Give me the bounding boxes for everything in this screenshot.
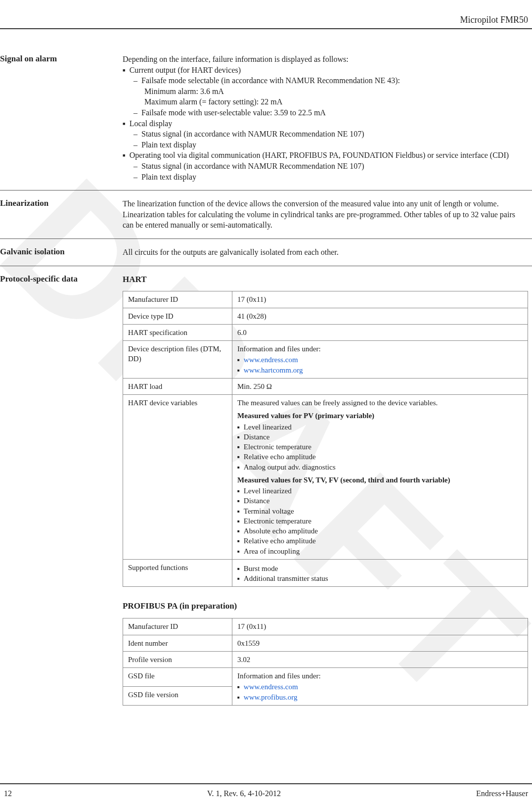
hart-spec-val: 6.0	[232, 324, 528, 340]
pb-profile-key: Profile version	[123, 651, 232, 667]
table-row: Manufacturer ID 17 (0x11)	[123, 618, 528, 635]
pb-files-intro: Information and files under:	[237, 671, 523, 681]
table-row: Manufacturer ID 17 (0x11)	[123, 291, 528, 308]
hart-title: HART	[123, 274, 528, 285]
hart-dtm-intro: Information and files under:	[237, 344, 523, 354]
hart-supported-item: Burst mode	[237, 564, 523, 573]
pb-gsd-version-key: GSD file version	[123, 687, 232, 706]
label-signal-on-alarm: Signal on alarm	[0, 54, 123, 182]
profibus-table: Manufacturer ID 17 (0x11) Ident number 0…	[123, 618, 528, 706]
hart-sv-item: Distance	[237, 496, 523, 506]
signal-b3b: Plain text display	[133, 172, 528, 183]
hart-pv-item: Level linearized	[237, 422, 523, 432]
table-row: GSD file Information and files under: ww…	[123, 668, 528, 687]
hart-device-type-key: Device type ID	[123, 308, 232, 324]
hart-manufacturer-id-val: 17 (0x11)	[232, 291, 528, 308]
pb-profile-val: 3.02	[232, 651, 528, 667]
pb-ident-key: Ident number	[123, 635, 232, 651]
hart-load-val: Min. 250 Ω	[232, 378, 528, 394]
pb-manufacturer-id-key: Manufacturer ID	[123, 618, 232, 635]
hart-load-key: HART load	[123, 378, 232, 394]
linearization-text: The linearization function of the device…	[123, 198, 528, 231]
hart-dtm-key: Device description files (DTM, DD)	[123, 341, 232, 379]
table-row: HART load Min. 250 Ω	[123, 378, 528, 394]
link-profibus[interactable]: www.profibus.org	[244, 693, 298, 701]
table-row: Profile version 3.02	[123, 651, 528, 667]
hart-sv-title: Measured values for SV, TV, FV (second, …	[237, 475, 523, 485]
hart-pv-title: Measured values for PV (primary variable…	[237, 411, 523, 421]
hart-supported-item: Additional transmitter status	[237, 573, 523, 583]
link-endress[interactable]: www.endress.com	[244, 356, 298, 364]
hart-device-type-val: 41 (0x28)	[232, 308, 528, 324]
hart-pv-item: Electronic temperature	[237, 442, 523, 452]
footer-company: Endress+Hauser	[476, 789, 528, 798]
hart-pv-item: Relative echo amplitude	[237, 452, 523, 462]
footer-page: 12	[4, 789, 12, 798]
table-row: HART device variables The measured value…	[123, 395, 528, 560]
profibus-title: PROFIBUS PA (in preparation)	[123, 601, 528, 612]
signal-b3a: Status signal (in accordance with NAMUR …	[133, 161, 528, 172]
hart-sv-item: Area of incoupling	[237, 546, 523, 556]
label-galvanic: Galvanic isolation	[0, 247, 123, 258]
signal-b1b: Failsafe mode with user-selectable value…	[133, 107, 528, 118]
hart-sv-item: Level linearized	[237, 486, 523, 496]
hart-pv-item: Analog output adv. diagnostics	[237, 462, 523, 472]
hart-sv-item: Absolute echo amplitude	[237, 526, 523, 536]
table-row: HART specification 6.0	[123, 324, 528, 340]
label-linearization: Linearization	[0, 198, 123, 231]
hart-table: Manufacturer ID 17 (0x11) Device type ID…	[123, 291, 528, 587]
signal-b1a-max: Maximum alarm (= factory setting): 22 mA	[144, 96, 528, 107]
footer-version: V. 1, Rev. 6, 4-10-2012	[207, 789, 281, 798]
hart-pv-item: Distance	[237, 432, 523, 442]
label-protocol: Protocol-specific data	[0, 274, 123, 706]
pb-gsd-file-key: GSD file	[123, 668, 232, 687]
table-row: Device description files (DTM, DD) Infor…	[123, 341, 528, 379]
hart-supported-key: Supported functions	[123, 559, 232, 587]
footer: 12 V. 1, Rev. 6, 4-10-2012 Endress+Hause…	[0, 783, 532, 798]
link-hartcomm[interactable]: www.hartcomm.org	[244, 366, 303, 374]
table-row: Ident number 0x1559	[123, 635, 528, 651]
hart-sv-item: Terminal voltage	[237, 506, 523, 516]
pb-manufacturer-id-val: 17 (0x11)	[232, 618, 528, 635]
signal-b1: Current output (for HART devices)	[123, 65, 528, 76]
pb-ident-val: 0x1559	[232, 635, 528, 651]
signal-b2a: Status signal (in accordance with NAMUR …	[133, 129, 528, 140]
table-row: Device type ID 41 (0x28)	[123, 308, 528, 324]
table-row: Supported functions Burst mode Additiona…	[123, 559, 528, 587]
galvanic-text: All circuits for the outputs are galvani…	[123, 247, 528, 258]
header-product: Micropilot FMR50	[0, 15, 532, 28]
hart-vars-key: HART device variables	[123, 395, 232, 560]
signal-b3: Operating tool via digital communication…	[123, 150, 528, 161]
signal-intro: Depending on the interface, failure info…	[123, 54, 528, 65]
hart-sv-item: Relative echo amplitude	[237, 536, 523, 546]
signal-b1a: Failsafe mode selectable (in accordance …	[133, 75, 528, 86]
link-endress[interactable]: www.endress.com	[244, 683, 298, 691]
hart-vars-intro: The measured values can be freely assign…	[237, 398, 523, 408]
signal-b1a-min: Minimum alarm: 3.6 mA	[144, 86, 528, 97]
hart-manufacturer-id-key: Manufacturer ID	[123, 291, 232, 308]
signal-b2b: Plain text display	[133, 140, 528, 150]
hart-spec-key: HART specification	[123, 324, 232, 340]
signal-b2: Local display	[123, 118, 528, 129]
hart-sv-item: Electronic temperature	[237, 516, 523, 526]
